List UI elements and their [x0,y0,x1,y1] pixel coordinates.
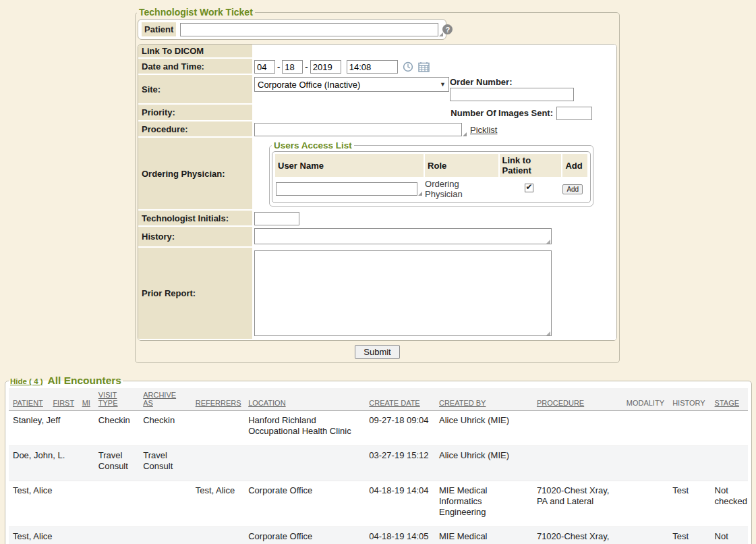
table-cell [533,445,622,481]
table-cell: Travel Consult [139,445,191,481]
column-header-stage[interactable]: STAGE [711,388,748,411]
time-input[interactable] [347,60,398,74]
column-header-archive-as[interactable]: ARCHIVE AS [139,388,191,411]
work-ticket-form: Technologist Work Ticket Patient Link To… [135,7,620,363]
table-cell [668,411,710,446]
date-year-input[interactable] [310,60,341,74]
users-access-list-legend: Users Access List [272,140,354,151]
table-cell [192,526,245,544]
column-header-history: HISTORY [668,388,710,411]
column-header-first[interactable]: FIRST [49,388,78,411]
table-cell [139,481,191,526]
table-row[interactable]: Doe, John, L.Travel ConsultTravel Consul… [9,445,748,481]
table-cell: Checkin [94,411,139,446]
table-cell: 04-18-19 14:04 [365,481,435,526]
table-cell [139,526,191,544]
table-cell: Doe, John, L. [9,445,49,481]
table-cell [192,445,245,481]
column-header-created-by[interactable]: CREATED BY [435,388,533,411]
table-cell [94,481,139,526]
resize-grip-icon[interactable] [418,192,422,196]
table-row[interactable]: Stanley, JeffCheckinCheckinHanford Richl… [9,411,748,446]
table-cell [244,445,365,481]
column-header-procedure[interactable]: PROCEDURE [533,388,622,411]
column-header-mi[interactable]: MI [78,388,94,411]
date-month-input[interactable] [254,60,275,74]
add-user-button[interactable]: Add [562,184,583,194]
users-access-list: Users Access List User Name Role Link to… [269,140,593,207]
row-site: Site: Corporate Office (Inactive) Order … [138,75,616,105]
picklist-link[interactable]: Picklist [470,125,497,135]
role-value: Ordering Physician [425,179,463,199]
table-cell [533,411,622,446]
column-header-create-date[interactable]: CREATE DATE [365,388,435,411]
patient-field-box: Patient [138,19,446,40]
images-sent-label: Number Of Images Sent: [450,108,553,118]
patient-input[interactable] [180,23,438,36]
table-cell: Corporate Office [244,481,365,526]
priority-label: Priority: [138,105,252,121]
column-header-role: Role [424,154,498,177]
site-label: Site: [138,75,252,105]
site-select[interactable]: Corporate Office (Inactive) [254,77,449,92]
table-cell: Alice Uhrick (MIE) [435,411,533,446]
users-list-header-row: User Name Role Link to Patient Add [275,154,587,177]
table-cell: 03-27-19 15:12 [365,445,435,481]
chevron-down-icon [440,81,446,88]
prior-report-label: Prior Report: [138,248,252,340]
table-cell: Test, Alice [192,481,245,526]
users-access-list-box: User Name Role Link to Patient Add [272,151,591,203]
clock-icon[interactable] [403,61,413,72]
table-cell [78,445,94,481]
technologist-initials-label: Technologist Initials: [138,211,252,227]
column-header-patient[interactable]: PATIENT [9,388,49,411]
table-cell: Hanford Richland Occupational Health Cli… [244,411,365,446]
column-header-referrers[interactable]: REFERRERS [192,388,245,411]
column-header-modality: MODALITY [622,388,668,411]
calendar-icon[interactable] [418,61,430,72]
table-cell: 04-18-19 14:05 [365,526,435,544]
images-sent-input[interactable] [556,107,592,120]
date-day-input[interactable] [282,60,303,74]
table-row[interactable]: Test, AliceTest, AliceCorporate Office04… [9,481,748,526]
resize-grip-icon[interactable] [463,132,467,136]
row-technologist-initials: Technologist Initials: [138,211,616,227]
table-cell [78,481,94,526]
table-cell [622,411,668,446]
hide-link[interactable]: Hide ( 4 ) [10,377,43,385]
prior-report-textarea[interactable] [254,250,552,336]
help-icon[interactable] [442,24,453,34]
row-procedure: Procedure: Picklist [138,121,616,138]
table-cell [622,445,668,481]
table-cell [622,481,668,526]
column-header-location[interactable]: LOCATION [244,388,365,411]
column-header-visit-type[interactable]: VISIT TYPE [94,388,139,411]
patient-label: Patient [142,22,176,36]
user-name-input[interactable] [276,182,417,196]
history-textarea[interactable] [254,228,552,244]
table-cell [711,445,748,481]
row-date-and-time: Date and Time: - - [138,59,616,75]
table-cell [622,526,668,544]
all-encounters-section: Hide ( 4 ) All Encounters PATIENTFIRSTMI… [5,375,752,544]
table-cell: MIE Medical Informatics Engineering [435,481,533,526]
table-row[interactable]: Test, AliceCorporate Office04-18-19 14:0… [9,526,748,544]
table-cell [192,411,245,446]
table-cell: Stanley, Jeff [9,411,49,446]
column-header-add: Add [562,154,587,177]
date-separator: - [305,62,308,72]
procedure-input[interactable] [254,123,462,136]
row-history: History: [138,227,616,248]
history-label: History: [138,227,252,248]
row-ordering-physician: Ordering Physician: Users Access List Us… [138,138,616,211]
table-cell: Not checked [711,526,748,544]
order-number-input[interactable] [450,88,574,101]
table-cell: Test [668,481,710,526]
table-cell [94,526,139,544]
table-cell: 71020-Chest Xray, PA and Lateral [533,526,622,544]
resize-grip-icon[interactable] [439,32,443,36]
technologist-initials-input[interactable] [254,212,299,225]
submit-button[interactable]: Submit [355,345,399,359]
column-header-user-name: User Name [275,154,424,177]
link-to-patient-checkbox[interactable] [525,184,533,192]
